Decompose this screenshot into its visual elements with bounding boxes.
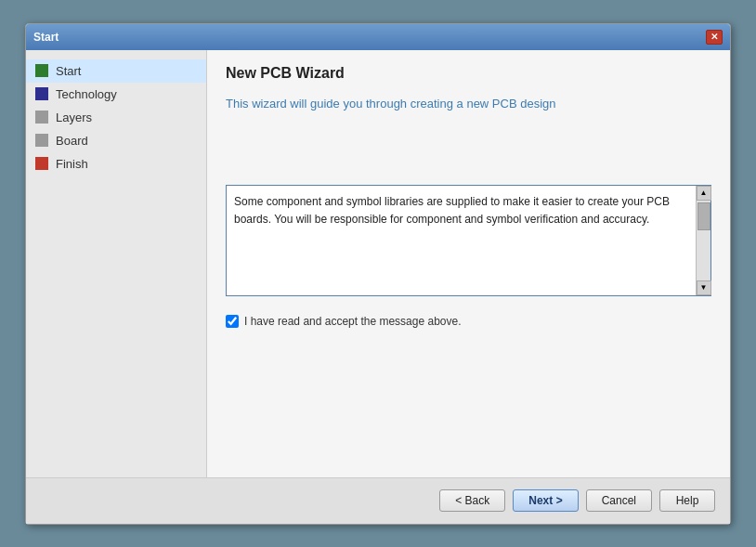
sidebar-label-board: Board	[56, 134, 88, 148]
window-title: Start	[33, 31, 59, 44]
sidebar: StartTechnologyLayersBoardFinish	[26, 50, 207, 477]
help-button[interactable]: Help	[659, 489, 715, 512]
close-button[interactable]: ✕	[706, 30, 723, 45]
scroll-down-button[interactable]: ▼	[697, 280, 711, 295]
sidebar-item-layers[interactable]: Layers	[26, 106, 206, 129]
scroll-up-button[interactable]: ▲	[697, 186, 711, 201]
wizard-title: New PCB Wizard	[226, 65, 711, 82]
scrollbar: ▲ ▼	[696, 186, 710, 295]
sidebar-item-start[interactable]: Start	[26, 59, 206, 83]
finish-icon	[35, 157, 48, 170]
technology-icon	[35, 87, 48, 100]
sidebar-label-layers: Layers	[56, 111, 92, 124]
sidebar-item-finish[interactable]: Finish	[26, 152, 206, 176]
sidebar-label-finish: Finish	[56, 157, 88, 171]
intro-text: This wizard will guide you through creat…	[226, 97, 711, 111]
sidebar-label-technology: Technology	[56, 87, 117, 101]
accept-checkbox-row: I have read and accept the message above…	[226, 315, 711, 328]
main-panel: New PCB Wizard This wizard will guide yo…	[207, 50, 730, 477]
sidebar-label-start: Start	[56, 64, 81, 78]
layers-icon	[35, 111, 48, 124]
message-text: Some component and symbol libraries are …	[227, 186, 696, 295]
footer: < Back Next > Cancel Help	[26, 477, 730, 524]
next-button[interactable]: Next >	[513, 489, 578, 512]
content-area: StartTechnologyLayersBoardFinish New PCB…	[26, 50, 730, 477]
sidebar-item-board[interactable]: Board	[26, 129, 206, 152]
scroll-thumb[interactable]	[697, 202, 710, 230]
board-icon	[35, 134, 48, 147]
checkbox-label: I have read and accept the message above…	[244, 315, 462, 328]
cancel-button[interactable]: Cancel	[586, 489, 652, 512]
main-window: Start ✕ StartTechnologyLayersBoardFinish…	[25, 23, 731, 525]
accept-checkbox[interactable]	[226, 315, 239, 328]
back-button[interactable]: < Back	[439, 489, 505, 512]
sidebar-item-technology[interactable]: Technology	[26, 83, 206, 106]
message-scroll-area: Some component and symbol libraries are …	[226, 185, 711, 296]
start-icon	[35, 64, 48, 77]
title-bar: Start ✕	[26, 24, 730, 50]
